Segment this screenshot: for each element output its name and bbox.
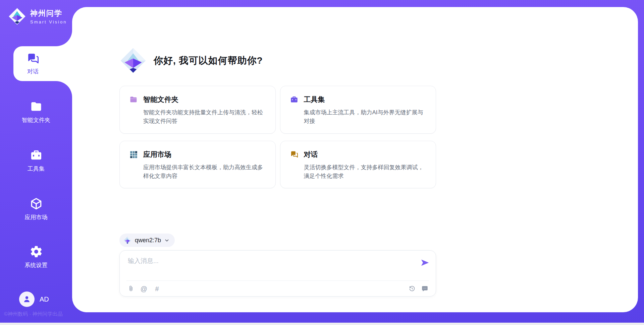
greeting-text: 你好, 我可以如何帮助你? <box>154 54 263 67</box>
cube-icon <box>30 197 43 210</box>
gear-icon <box>30 245 43 258</box>
brand-name: 神州问学 <box>30 8 67 18</box>
assistant-logo-icon <box>119 47 147 74</box>
folder-icon <box>129 95 138 104</box>
card-app-market[interactable]: 应用市场 应用市场提供丰富长文本模板，助力高效生成多样化文章内容 <box>119 141 276 189</box>
card-title: 对话 <box>304 150 318 159</box>
model-selector[interactable]: qwen2:7b <box>119 234 175 247</box>
chevron-down-icon <box>164 238 169 243</box>
card-description: 应用市场提供丰富长文本模板，助力高效生成多样化文章内容 <box>143 163 266 181</box>
sidebar-item-app-market[interactable]: 应用市场 <box>0 197 72 221</box>
sidebar-item-label: 工具集 <box>28 165 45 173</box>
composer-toolbar: @ # <box>127 281 428 297</box>
card-description: 灵活切换多模型文件，支持多样回复效果调试，满足个性化需求 <box>304 163 427 181</box>
chat-icon <box>290 150 299 159</box>
main-content: 你好, 我可以如何帮助你? 智能文件夹 智能文件夹功能支持批量文件上传与清洗，轻… <box>119 0 436 305</box>
sidebar-item-smart-folder[interactable]: 智能文件夹 <box>0 100 72 124</box>
user-icon <box>22 295 31 304</box>
card-description: 集成市场上主流工具，助力AI与外界无缝扩展与对接 <box>304 108 427 126</box>
attach-icon[interactable] <box>127 285 135 292</box>
history-icon[interactable] <box>408 285 416 292</box>
tab-fillet-bottom <box>56 81 72 97</box>
sidebar-item-toolset[interactable]: 工具集 <box>0 148 72 173</box>
model-name: qwen2:7b <box>135 237 161 244</box>
toolbox-icon <box>290 95 299 104</box>
brand-diamond-icon <box>8 7 26 25</box>
model-logo-icon <box>123 236 131 244</box>
card-description: 智能文件夹功能支持批量文件上传与清洗，轻松实现文件问答 <box>143 108 266 126</box>
card-title: 工具集 <box>304 95 325 104</box>
app-root: 神州问学 Smart Vision 对话 智能文件夹 工具集 <box>0 0 644 325</box>
sidebar-item-settings[interactable]: 系统设置 <box>0 245 72 269</box>
message-composer: @ # <box>119 250 436 297</box>
message-input[interactable] <box>128 257 416 277</box>
folder-icon <box>30 100 43 113</box>
user-profile[interactable]: AD <box>19 291 49 307</box>
sidebar-item-label: 系统设置 <box>25 261 48 269</box>
topic-icon[interactable]: # <box>153 285 161 292</box>
mention-icon[interactable]: @ <box>140 285 148 292</box>
sidebar-item-label: 智能文件夹 <box>22 116 50 124</box>
sidebar-item-chat[interactable]: 对话 <box>13 46 77 81</box>
card-toolset[interactable]: 工具集 集成市场上主流工具，助力AI与外界无缝扩展与对接 <box>280 86 436 134</box>
avatar <box>19 291 35 307</box>
card-title: 应用市场 <box>143 150 171 159</box>
sidebar-item-label: 对话 <box>27 68 39 75</box>
chat-icon <box>26 52 40 65</box>
brand[interactable]: 神州问学 Smart Vision <box>8 7 67 25</box>
copyright-text: ©神州数码 · 神州问学出品 <box>4 311 78 317</box>
card-chat[interactable]: 对话 灵活切换多模型文件，支持多样回复效果调试，满足个性化需求 <box>280 141 436 189</box>
greeting: 你好, 我可以如何帮助你? <box>119 47 263 74</box>
brand-subtitle: Smart Vision <box>30 19 67 24</box>
card-title: 智能文件夹 <box>143 95 178 104</box>
tab-fillet-top <box>56 30 72 46</box>
toolbox-icon <box>30 148 43 162</box>
card-smart-folder[interactable]: 智能文件夹 智能文件夹功能支持批量文件上传与清洗，轻松实现文件问答 <box>119 86 276 134</box>
send-icon[interactable] <box>420 258 430 267</box>
feature-cards: 智能文件夹 智能文件夹功能支持批量文件上传与清洗，轻松实现文件问答 工具集 集成… <box>119 86 436 188</box>
scrollbar-track[interactable] <box>0 323 644 325</box>
feedback-icon[interactable] <box>421 285 428 292</box>
sidebar-item-label: 应用市场 <box>25 213 48 221</box>
user-name: AD <box>40 296 49 303</box>
grid-icon <box>129 150 138 159</box>
